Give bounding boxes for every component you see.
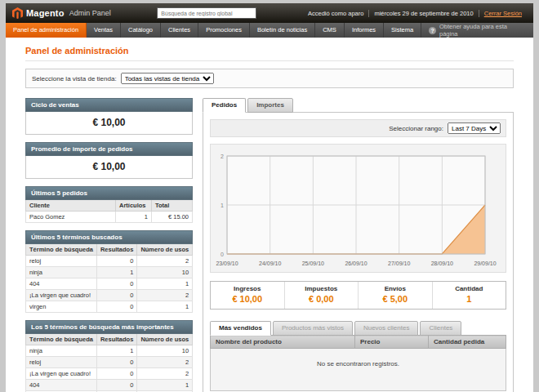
total-label: Cantidad xyxy=(433,285,506,292)
cell: 1 xyxy=(137,380,193,391)
total-label: Impuestos xyxy=(285,285,359,292)
svg-text:29/09/10: 29/09/10 xyxy=(474,261,496,266)
lifetime-sales-panel: Ciclo de ventas € 10,00 xyxy=(25,98,193,135)
tab-clientes[interactable]: Clientes xyxy=(420,321,461,336)
admin-page: Magento Admin Panel Accedió como aparo m… xyxy=(6,3,533,392)
column-header: Número de usos xyxy=(137,334,193,345)
range-select[interactable]: Last 7 Days xyxy=(448,122,501,134)
page-title: Panel de administración xyxy=(25,38,514,61)
cell: 404 xyxy=(26,278,97,290)
nav-item-informes[interactable]: Informes xyxy=(345,23,384,38)
account-bar: Accedió como aparo miércoles 29 de septi… xyxy=(303,10,527,17)
grids-tabs: Más vendidos Productos más vistos Nuevos… xyxy=(210,321,506,336)
global-search-input[interactable] xyxy=(157,7,256,19)
chart-canvas: 01223/09/1024/09/1025/09/1026/09/1027/09… xyxy=(212,148,497,272)
table-row[interactable]: ninja 1 10 xyxy=(26,267,193,278)
cell: 1 xyxy=(96,345,136,357)
logo-brand-text: Magento xyxy=(26,8,65,18)
last-search-terms-panel: Últimos 5 términos buscados Término de b… xyxy=(25,230,193,313)
tab-importes[interactable]: Importes xyxy=(247,98,293,113)
page-help-link[interactable]: ? Obtener ayuda para esta página xyxy=(421,23,533,38)
last-orders-table: Cliente Artículos Total Paco Gomez 1 € 1… xyxy=(25,200,193,223)
cell: 0 xyxy=(96,301,136,313)
column-header: Precio xyxy=(355,336,429,349)
average-orders-panel: Promedio de importe de pedidos € 10,00 xyxy=(25,142,193,179)
nav-item-clientes[interactable]: Clientes xyxy=(161,23,198,38)
tab-mas-vendidos[interactable]: Más vendidos xyxy=(210,321,271,336)
products-grid: Nombre del producto Precio Cantidad pedi… xyxy=(210,335,506,391)
lifetime-sales-title: Ciclo de ventas xyxy=(25,98,193,112)
cell: 2 xyxy=(137,368,193,380)
cell: 0 xyxy=(96,368,136,380)
column-header: Resultados xyxy=(96,244,136,256)
total-label: Ingresos xyxy=(211,285,284,292)
top-search-terms-panel: Los 5 términos de búsqueda más important… xyxy=(25,320,193,392)
global-search xyxy=(111,7,303,19)
total-value: 1 xyxy=(433,294,506,304)
store-view-select[interactable]: Todas las vistas de tienda xyxy=(121,73,214,84)
cell: 2 xyxy=(137,256,193,267)
column-header: Resultados xyxy=(96,334,136,345)
main-nav-items: Panel de administración Ventas Catálogo … xyxy=(6,23,421,38)
magento-logo: Magento Admin Panel xyxy=(12,7,111,20)
cell: 0 xyxy=(96,380,136,391)
dashboard: Ciclo de ventas € 10,00 Promedio de impo… xyxy=(25,98,514,392)
cell: 10 xyxy=(137,345,193,357)
column-header: Número de usos xyxy=(137,244,193,256)
empty-message: No se encontraron registros. xyxy=(211,349,506,391)
logout-link[interactable]: Cerrar Sesión xyxy=(484,10,522,17)
table-row[interactable]: ninja 1 10 xyxy=(26,345,193,357)
store-view-label: Seleccione la vista de tienda: xyxy=(32,75,117,82)
cell: ¡La virgen que cuadro! xyxy=(26,290,97,301)
cell: virgen xyxy=(26,301,97,313)
diagram-tabs: Pedidos Importes xyxy=(203,98,514,113)
diagram-panel: Seleccionar rango: Last 7 Days 01223/09/… xyxy=(203,112,514,392)
magento-logo-icon xyxy=(12,7,23,20)
total-cantidad: Cantidad 1 xyxy=(432,282,506,309)
table-row[interactable]: 404 0 1 xyxy=(26,278,193,290)
cell: Paco Gomez xyxy=(26,212,116,223)
cell: ninja xyxy=(26,345,97,357)
table-row[interactable]: 404 0 1 xyxy=(26,380,193,391)
nav-item-promociones[interactable]: Promociones xyxy=(198,23,250,38)
svg-text:0: 0 xyxy=(220,252,224,257)
nav-item-boletin[interactable]: Boletín de noticias xyxy=(250,23,315,38)
page-help-label: Obtener ayuda para esta página xyxy=(439,23,526,38)
column-header: Nombre del producto xyxy=(211,336,355,349)
cell: reloj xyxy=(26,357,97,368)
column-header: Total xyxy=(152,200,193,212)
nav-item-dashboard[interactable]: Panel de administración xyxy=(6,23,87,38)
total-impuestos: Impuestos € 0,00 xyxy=(284,282,359,309)
last-search-terms-table: Término de búsqueda Resultados Número de… xyxy=(25,244,193,313)
table-row[interactable]: ¡La virgen que cuadro! 0 2 xyxy=(26,290,193,301)
table-row[interactable]: ¡La virgen que cuadro! 0 2 xyxy=(26,368,193,380)
nav-item-ventas[interactable]: Ventas xyxy=(87,23,121,38)
svg-text:25/09/10: 25/09/10 xyxy=(302,261,324,266)
table-row[interactable]: reloj 0 2 xyxy=(26,256,193,267)
average-orders-value: € 10,00 xyxy=(25,156,193,179)
totals-bar: Ingresos € 10,00 Impuestos € 0,00 Envíos… xyxy=(210,281,506,310)
dashboard-main: Pedidos Importes Seleccionar rango: Last… xyxy=(203,98,514,392)
tab-productos-mas-vistos[interactable]: Productos más vistos xyxy=(273,321,353,336)
dashboard-sidebar: Ciclo de ventas € 10,00 Promedio de impo… xyxy=(25,98,193,392)
cell: 0 xyxy=(96,357,136,368)
svg-text:2: 2 xyxy=(220,154,224,159)
cell: 2 xyxy=(137,357,193,368)
table-row[interactable]: reloj 0 2 xyxy=(26,357,193,368)
nav-item-catalogo[interactable]: Catálogo xyxy=(121,23,161,38)
tab-nuevos-clientes[interactable]: Nuevos clientes xyxy=(354,321,418,336)
last-orders-panel: Últimos 5 pedidos Cliente Artículos Tota… xyxy=(25,186,193,223)
cell: reloj xyxy=(26,256,97,267)
table-row[interactable]: virgen 0 1 xyxy=(26,301,193,313)
cell: ¡La virgen que cuadro! xyxy=(26,368,97,380)
cell: € 15.00 xyxy=(152,212,193,223)
range-label: Seleccionar rango: xyxy=(389,125,443,132)
cell: 404 xyxy=(26,380,97,391)
total-ingresos: Ingresos € 10,00 xyxy=(211,282,284,309)
tab-pedidos[interactable]: Pedidos xyxy=(203,98,246,113)
top-search-terms-title: Los 5 términos de búsqueda más important… xyxy=(25,320,193,334)
nav-item-sistema[interactable]: Sistema xyxy=(384,23,421,38)
top-search-terms-table: Término de búsqueda Resultados Número de… xyxy=(25,334,193,392)
table-row[interactable]: Paco Gomez 1 € 15.00 xyxy=(26,212,193,223)
nav-item-cms[interactable]: CMS xyxy=(315,23,345,38)
